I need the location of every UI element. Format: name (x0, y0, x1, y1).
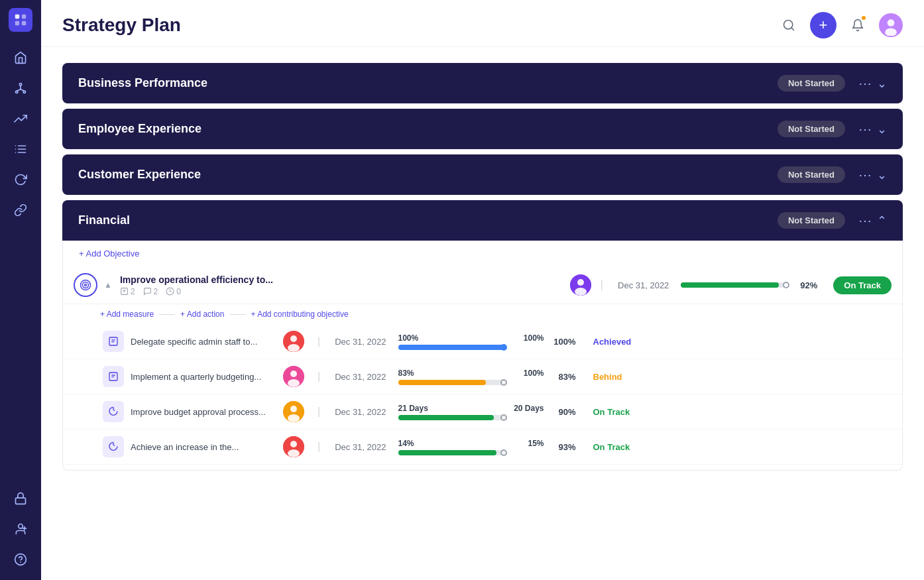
objective-progress-track (681, 282, 787, 288)
business-performance-title: Business Performance (78, 76, 778, 90)
objective-status-badge[interactable]: On Track (833, 276, 892, 294)
customer-experience-chevron[interactable]: ⌄ (877, 168, 887, 182)
svg-rect-1 (22, 15, 26, 19)
svg-rect-3 (22, 21, 26, 25)
notification-button[interactable] (846, 13, 870, 37)
svg-point-35 (577, 279, 584, 286)
measure-avatar-1 (283, 366, 304, 387)
measure-dot-1 (500, 379, 507, 386)
objective-info: Improve operational efficiency to... 2 2 (120, 274, 563, 296)
help-icon[interactable] (8, 547, 33, 572)
svg-point-54 (288, 449, 300, 457)
add-action-link[interactable]: + Add action (180, 310, 224, 319)
measure-pct-2: 90% (551, 407, 576, 417)
business-performance-chevron[interactable]: ⌄ (877, 76, 887, 91)
measure-name-1: Implement a quarterly budgeting... (131, 372, 276, 382)
financial-section: Financial Not Started ⋯ ⌃ + Add Objectiv… (62, 200, 903, 471)
measure-progress-2: 21 Days 20 Days (398, 404, 544, 420)
employee-experience-status: Not Started (778, 121, 845, 137)
org-icon[interactable] (8, 76, 33, 101)
objective-collapse-icon[interactable]: ▲ (104, 280, 112, 290)
objective-icon (74, 273, 97, 297)
financial-menu[interactable]: ⋯ (853, 213, 877, 229)
home-icon[interactable] (8, 45, 33, 70)
measure-pct-3: 93% (551, 442, 576, 452)
measure-labels-2: 21 Days 20 Days (398, 404, 544, 413)
financial-chevron[interactable]: ⌃ (877, 213, 887, 228)
employee-experience-menu[interactable]: ⋯ (853, 121, 877, 137)
user-avatar[interactable] (879, 13, 903, 37)
measure-track-0 (398, 345, 504, 350)
svg-line-23 (791, 28, 794, 30)
measure-row-1: Implement a quarterly budgeting... | Dec… (63, 359, 902, 394)
measure-avatar-3 (283, 436, 304, 457)
objective-measure-count: 2 (120, 287, 135, 296)
user-add-icon[interactable] (8, 516, 33, 542)
objective-date: Dec 31, 2022 (618, 280, 669, 290)
page-title: Strategy Plan (62, 15, 777, 36)
add-contributing-objective-link[interactable]: + Add contributing objective (251, 310, 348, 319)
measure-row-2: Improve budget approval process... | Dec… (63, 394, 902, 430)
measure-name-2: Improve budget approval process... (131, 407, 276, 417)
refresh-icon[interactable] (8, 167, 33, 192)
add-button[interactable]: + (810, 12, 837, 38)
svg-rect-16 (16, 498, 26, 504)
svg-rect-0 (15, 15, 19, 19)
svg-point-51 (288, 414, 300, 422)
employee-experience-header[interactable]: Employee Experience Not Started ⋯ ⌄ (62, 109, 903, 149)
employee-experience-chevron[interactable]: ⌄ (877, 122, 887, 137)
objective-progress: 92% (681, 280, 827, 290)
measure-name-3: Achieve an increase in the... (131, 442, 276, 452)
measure-date-3: Dec 31, 2022 (335, 442, 386, 452)
content-area: Business Performance Not Started ⋯ ⌄ Emp… (41, 47, 924, 580)
measure-progress-0: 100% 100% (398, 333, 544, 350)
measure-status-3[interactable]: On Track (583, 438, 641, 456)
objective-name: Improve operational efficiency to... (120, 274, 563, 285)
measure-track-3 (398, 450, 504, 455)
measure-avatar-2 (283, 401, 304, 422)
measure-track-2 (398, 415, 504, 420)
measure-fill-1 (398, 380, 487, 385)
measure-row-0: Delegate specific admin staff to... | De… (63, 324, 902, 359)
add-measure-link[interactable]: + Add measure (100, 310, 154, 319)
app-logo[interactable] (9, 8, 32, 32)
measure-pct-0: 100% (551, 337, 576, 347)
measure-pct-1: 83% (551, 372, 576, 382)
measure-status-0[interactable]: Achieved (583, 333, 642, 351)
financial-status: Not Started (778, 212, 845, 229)
measure-fill-2 (398, 415, 494, 420)
objective-action-count: 0 (166, 287, 181, 296)
measure-status-2[interactable]: On Track (583, 403, 641, 421)
business-performance-header[interactable]: Business Performance Not Started ⋯ ⌄ (62, 63, 903, 103)
svg-point-25 (888, 19, 895, 27)
add-objective-link[interactable]: + Add Objective (63, 241, 155, 266)
connect-icon[interactable] (8, 198, 33, 223)
employee-experience-title: Employee Experience (78, 122, 778, 136)
objective-avatar (570, 274, 591, 296)
measure-status-1[interactable]: Behind (583, 368, 633, 386)
svg-point-41 (290, 335, 297, 342)
measure-track-1 (398, 380, 504, 385)
search-button[interactable] (777, 13, 801, 37)
lock-icon[interactable] (8, 486, 33, 511)
objective-progress-pct: 92% (792, 280, 817, 290)
svg-point-29 (85, 284, 87, 286)
measure-date-1: Dec 31, 2022 (335, 372, 386, 382)
svg-point-50 (290, 406, 297, 412)
measure-icon-0 (103, 331, 124, 352)
measure-labels-0: 100% 100% (398, 333, 544, 343)
measure-fill-0 (398, 345, 504, 350)
svg-line-8 (17, 89, 21, 91)
customer-experience-menu[interactable]: ⋯ (853, 167, 877, 183)
customer-experience-header[interactable]: Customer Experience Not Started ⋯ ⌄ (62, 154, 903, 195)
objective-progress-fill (681, 282, 778, 288)
svg-point-47 (290, 371, 297, 377)
svg-point-42 (288, 344, 300, 352)
objective-progress-dot (783, 282, 789, 288)
financial-header[interactable]: Financial Not Started ⋯ ⌃ (62, 200, 903, 241)
customer-experience-status: Not Started (778, 166, 845, 183)
list-icon[interactable] (8, 137, 33, 162)
business-performance-menu[interactable]: ⋯ (853, 76, 877, 91)
svg-point-17 (19, 524, 23, 529)
trend-icon[interactable] (8, 106, 33, 131)
